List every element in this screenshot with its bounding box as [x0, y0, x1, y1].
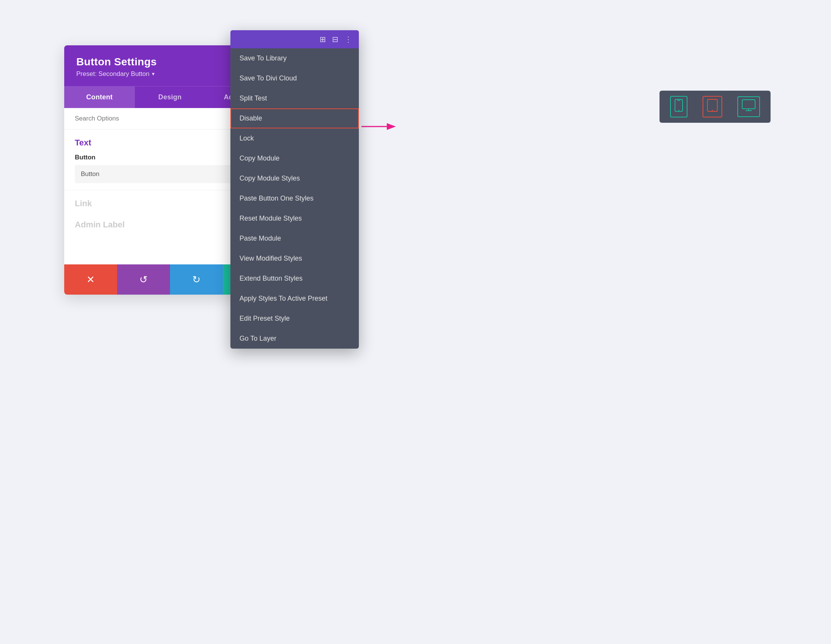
menu-item-extend-button-styles[interactable]: Extend Button Styles	[231, 269, 359, 289]
tablet-device-icon[interactable]	[702, 96, 722, 118]
menu-item-view-modified-styles[interactable]: View Modified Styles	[231, 248, 359, 269]
ctx-icon-more[interactable]: ⋮	[344, 35, 352, 44]
svg-point-4	[678, 110, 680, 111]
tab-content[interactable]: Content	[64, 86, 135, 108]
tab-design[interactable]: Design	[135, 86, 205, 108]
menu-item-reset-module-styles[interactable]: Reset Module Styles	[231, 208, 359, 229]
cancel-button[interactable]: ✕	[64, 264, 117, 295]
preset-label: Preset: Secondary Button	[76, 70, 150, 78]
preset-dropdown-arrow: ▼	[151, 72, 156, 77]
ctx-icon-paste[interactable]: ⊟	[332, 35, 338, 44]
context-menu: ⊞ ⊟ ⋮ Save To Library Save To Divi Cloud…	[231, 30, 359, 349]
menu-item-paste-module[interactable]: Paste Module	[231, 229, 359, 248]
svg-point-6	[712, 110, 713, 111]
menu-item-save-to-divi-cloud[interactable]: Save To Divi Cloud	[231, 68, 359, 88]
svg-rect-2	[675, 99, 683, 111]
menu-item-edit-preset-style[interactable]: Edit Preset Style	[231, 308, 359, 329]
device-bar	[659, 91, 771, 123]
menu-item-copy-module[interactable]: Copy Module	[231, 148, 359, 169]
menu-item-copy-module-styles[interactable]: Copy Module Styles	[231, 169, 359, 188]
menu-item-apply-styles-to-active-preset[interactable]: Apply Styles To Active Preset	[231, 289, 359, 308]
redo-button[interactable]: ↻	[170, 264, 223, 295]
ctx-icon-copy[interactable]: ⊞	[320, 35, 326, 44]
svg-rect-7	[742, 100, 755, 109]
svg-rect-5	[707, 99, 717, 111]
disable-arrow	[361, 121, 399, 132]
menu-item-lock[interactable]: Lock	[231, 129, 359, 148]
desktop-device-icon[interactable]	[737, 96, 760, 117]
menu-item-disable[interactable]: Disable	[231, 108, 359, 129]
context-icons-row: ⊞ ⊟ ⋮	[231, 30, 359, 48]
menu-item-paste-button-one-styles[interactable]: Paste Button One Styles	[231, 188, 359, 208]
menu-item-save-to-library[interactable]: Save To Library	[231, 48, 359, 68]
undo-button[interactable]: ↺	[117, 264, 170, 295]
menu-item-split-test[interactable]: Split Test	[231, 88, 359, 108]
phone-device-icon[interactable]	[670, 96, 688, 118]
menu-item-go-to-layer[interactable]: Go To Layer	[231, 329, 359, 349]
